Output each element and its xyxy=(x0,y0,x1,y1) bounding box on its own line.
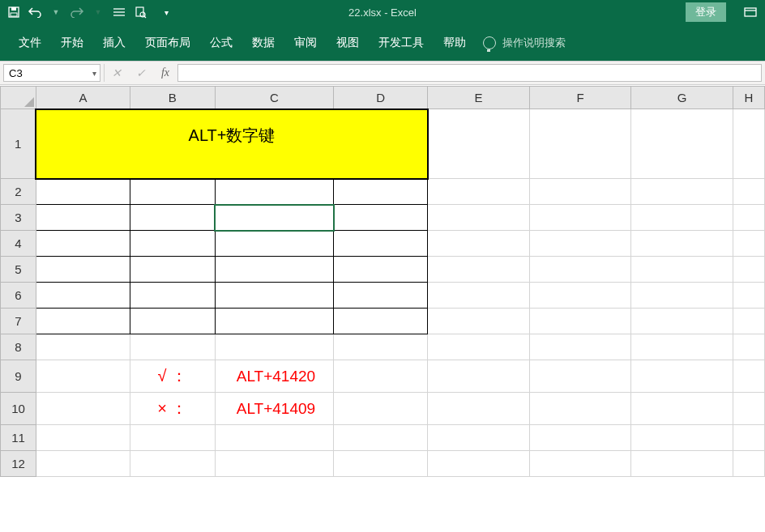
col-header[interactable]: H xyxy=(733,87,764,109)
tab-review[interactable]: 审阅 xyxy=(285,31,326,55)
cell[interactable] xyxy=(631,109,733,179)
cell[interactable] xyxy=(215,309,333,334)
row-header[interactable]: 6 xyxy=(1,283,36,309)
cell[interactable] xyxy=(215,179,333,205)
row-header[interactable]: 8 xyxy=(1,334,36,360)
redo-icon[interactable] xyxy=(70,5,84,19)
list-icon[interactable] xyxy=(112,5,126,19)
cell[interactable] xyxy=(334,334,428,360)
cell[interactable] xyxy=(215,425,333,451)
cell[interactable] xyxy=(215,231,333,257)
cell[interactable] xyxy=(428,393,530,425)
cell[interactable] xyxy=(529,309,631,334)
cell[interactable] xyxy=(36,257,130,283)
cancel-icon[interactable]: ✕ xyxy=(105,62,129,84)
cell[interactable] xyxy=(428,309,530,334)
cell[interactable] xyxy=(215,283,333,309)
cell[interactable]: √ ： xyxy=(130,360,215,393)
formula-input[interactable] xyxy=(177,64,762,82)
cell[interactable] xyxy=(36,451,130,477)
cell[interactable] xyxy=(428,231,530,257)
cell[interactable] xyxy=(733,360,764,393)
tell-me-search[interactable]: 操作说明搜索 xyxy=(483,36,566,50)
cell[interactable] xyxy=(215,451,333,477)
cell[interactable] xyxy=(631,257,733,283)
cell[interactable] xyxy=(631,425,733,451)
cell[interactable] xyxy=(130,231,215,257)
login-button[interactable]: 登录 xyxy=(686,2,726,22)
col-header[interactable]: E xyxy=(428,87,530,109)
cell[interactable] xyxy=(529,205,631,231)
cell[interactable] xyxy=(36,393,130,425)
cell[interactable] xyxy=(36,334,130,360)
cell[interactable] xyxy=(130,309,215,334)
col-header[interactable]: G xyxy=(631,87,733,109)
qat-customize-icon[interactable]: ▾ xyxy=(159,5,173,19)
cell[interactable] xyxy=(733,205,764,231)
cell[interactable] xyxy=(215,334,333,360)
cell[interactable]: ALT+41420 xyxy=(215,360,333,393)
tab-view[interactable]: 视图 xyxy=(327,31,368,55)
cell[interactable] xyxy=(733,425,764,451)
cell[interactable] xyxy=(215,257,333,283)
cell[interactable] xyxy=(529,425,631,451)
tab-insert[interactable]: 插入 xyxy=(94,31,135,55)
cell[interactable] xyxy=(334,205,428,231)
cell[interactable] xyxy=(631,360,733,393)
cell[interactable] xyxy=(130,257,215,283)
row-header[interactable]: 12 xyxy=(1,451,36,477)
cell[interactable] xyxy=(733,257,764,283)
cell[interactable] xyxy=(36,283,130,309)
tab-help[interactable]: 帮助 xyxy=(434,31,475,55)
cell[interactable] xyxy=(36,179,130,205)
cell[interactable] xyxy=(529,451,631,477)
dropdown-icon[interactable]: ▼ xyxy=(49,5,63,19)
tab-home[interactable]: 开始 xyxy=(52,31,92,55)
cell[interactable] xyxy=(428,451,530,477)
worksheet-grid[interactable]: A B C D E F G H 1 ALT+数字键 2 3 4 xyxy=(0,86,765,477)
cell[interactable] xyxy=(36,309,130,334)
cell[interactable] xyxy=(631,309,733,334)
col-header[interactable]: B xyxy=(130,87,215,109)
ribbon-options-icon[interactable] xyxy=(736,0,765,24)
cell[interactable] xyxy=(334,393,428,425)
cell[interactable] xyxy=(36,425,130,451)
col-header[interactable]: A xyxy=(36,87,130,109)
row-header[interactable]: 11 xyxy=(1,425,36,451)
tab-data[interactable]: 数据 xyxy=(243,31,284,55)
undo-icon[interactable] xyxy=(28,5,42,19)
row-header[interactable]: 10 xyxy=(1,393,36,425)
cell[interactable] xyxy=(334,231,428,257)
row-header[interactable]: 3 xyxy=(1,205,36,231)
cell[interactable] xyxy=(130,334,215,360)
cell[interactable] xyxy=(334,179,428,205)
cell[interactable] xyxy=(36,205,130,231)
cell[interactable] xyxy=(631,179,733,205)
cell[interactable] xyxy=(733,451,764,477)
cell[interactable] xyxy=(631,283,733,309)
cell[interactable] xyxy=(130,179,215,205)
cell[interactable] xyxy=(631,393,733,425)
cell[interactable] xyxy=(733,231,764,257)
tab-file[interactable]: 文件 xyxy=(10,31,50,55)
cell[interactable] xyxy=(529,393,631,425)
cell[interactable] xyxy=(36,231,130,257)
cell[interactable] xyxy=(334,451,428,477)
cell[interactable] xyxy=(334,257,428,283)
select-all-corner[interactable] xyxy=(1,87,36,109)
cell[interactable] xyxy=(733,309,764,334)
cell[interactable]: × ： xyxy=(130,393,215,425)
tab-formula[interactable]: 公式 xyxy=(201,31,241,55)
cell[interactable] xyxy=(428,205,530,231)
col-header[interactable]: D xyxy=(334,87,428,109)
cell[interactable] xyxy=(733,393,764,425)
cell[interactable] xyxy=(130,205,215,231)
col-header[interactable]: F xyxy=(529,87,631,109)
cell[interactable] xyxy=(130,283,215,309)
cell-active[interactable] xyxy=(215,205,333,231)
cell[interactable] xyxy=(428,109,530,179)
row-header[interactable]: 2 xyxy=(1,179,36,205)
cell[interactable] xyxy=(428,360,530,393)
cell[interactable] xyxy=(428,334,530,360)
col-header[interactable]: C xyxy=(215,87,333,109)
